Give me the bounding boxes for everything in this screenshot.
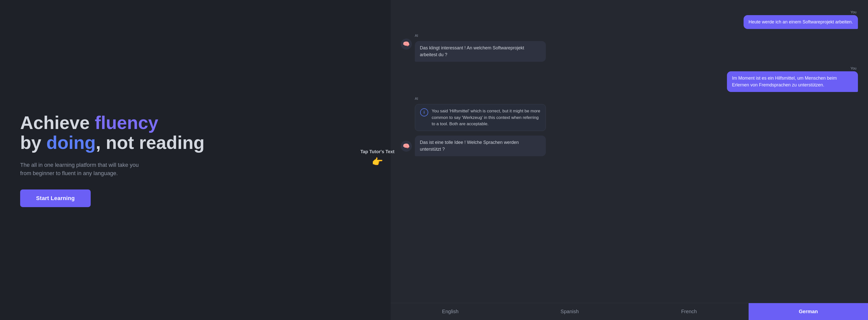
ai-avatar-1: 🧠 (401, 38, 412, 50)
hero-title-end: , not reading (96, 133, 205, 153)
hero-title-fluency: fluency (95, 113, 158, 133)
hero-title-plain: Achieve (20, 113, 95, 133)
hint-text: You said 'Hilfsmittel' which is correct,… (432, 108, 540, 127)
tab-german[interactable]: German (749, 303, 868, 320)
user-bubble-2[interactable]: Im Moment ist es ein Hilfsmittel, um Men… (727, 71, 858, 92)
message-row-5: 🧠 Das ist eine tolle Idee ! Welche Sprac… (401, 136, 858, 156)
left-panel: Achieve fluency by doing, not reading Th… (0, 0, 391, 320)
tap-hint: Tap Tutor's Text 👉 (361, 149, 395, 167)
user-label-1: You (850, 10, 858, 14)
hero-title-by: by (20, 133, 46, 153)
ai-col-2: AI i You said 'Hilfsmittel' which is cor… (415, 96, 546, 131)
message-row-3: You Im Moment ist es ein Hilfsmittel, um… (401, 66, 858, 92)
hero-title-doing: doing (46, 133, 96, 153)
message-row-2: 🧠 AI Das klingt interessant ! An welchem… (401, 33, 858, 62)
message-row-4: AI i You said 'Hilfsmittel' which is cor… (401, 96, 858, 131)
start-learning-button[interactable]: Start Learning (20, 190, 91, 207)
tab-english[interactable]: English (391, 303, 510, 320)
hint-icon: i (420, 108, 428, 116)
ai-col-3: Das ist eine tolle Idee ! Welche Sprache… (415, 136, 546, 156)
message-row-1: You Heute werde ich an einem Softwarepro… (401, 10, 858, 29)
tap-hint-emoji: 👉 (372, 156, 383, 167)
user-label-2: You (850, 66, 858, 70)
ai-bubble-2[interactable]: Das ist eine tolle Idee ! Welche Sprache… (415, 136, 546, 156)
ai-hint-bubble[interactable]: i You said 'Hilfsmittel' which is correc… (415, 104, 546, 131)
tab-french[interactable]: French (629, 303, 749, 320)
ai-col-1: AI Das klingt interessant ! An welchem S… (415, 33, 546, 62)
ai-label-1: AI (415, 33, 546, 37)
tab-spanish[interactable]: Spanish (510, 303, 629, 320)
hero-subtitle: The all in one learning platform that wi… (20, 161, 141, 177)
user-bubble-1[interactable]: Heute werde ich an einem Softwareprojekt… (744, 15, 858, 29)
main-container: Achieve fluency by doing, not reading Th… (0, 0, 868, 320)
hero-title: Achieve fluency by doing, not reading (20, 113, 371, 153)
ai-label-2: AI (415, 96, 546, 100)
tap-hint-text: Tap Tutor's Text (361, 149, 395, 154)
chat-area: You Heute werde ich an einem Softwarepro… (391, 5, 868, 303)
right-panel: Tap Tutor's Text 👉 You Heute werde ich a… (391, 0, 868, 320)
ai-avatar-2: 🧠 (401, 141, 412, 152)
lang-tabs: English Spanish French German (391, 303, 868, 320)
ai-bubble-1[interactable]: Das klingt interessant ! An welchem Soft… (415, 41, 546, 62)
